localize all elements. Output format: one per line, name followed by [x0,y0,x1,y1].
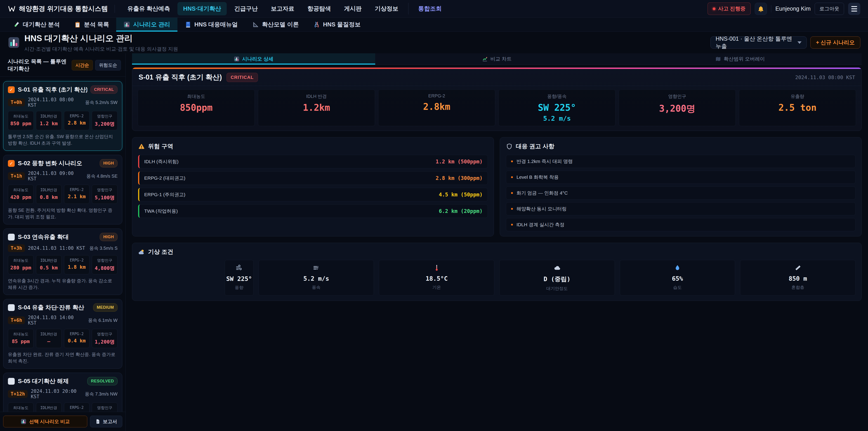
main-content: 시나리오 상세 비교 차트 확산범위 오버레이 [126,53,868,431]
tab-hns-substance-info[interactable]: HNS 물질정보 [306,18,368,31]
time-offset-badge: T+0h [8,98,25,106]
stat-label: ERPG-2 [65,114,89,118]
scenario-card[interactable]: ✓ S-03 연속유출 확대 HIGH T+3h 2024.11.03 11:0… [3,228,122,295]
stat-label: ERPG-2 [65,258,89,263]
tab-diffusion-model-theory[interactable]: 확산모델 이론 [245,18,306,31]
scenario-checkbox[interactable]: ✓ [8,304,15,311]
recommendation-text: 화기 엄금 — 인화점 4°C [517,190,568,196]
tab-scenario-management[interactable]: 시나리오 관리 [116,18,177,31]
stat-value: SW 225° [500,102,614,113]
new-scenario-button[interactable]: + 신규 시나리오 [810,36,860,49]
stat-box: 최대농도 8 ppm [8,402,34,412]
stat-box: IDLH반경 — [36,329,62,348]
page-header-actions: HNS-001 · 울산 온산항 톨루엔 누출 + 신규 시나리오 [710,36,860,49]
tab-hns-manual[interactable]: HNS 대응매뉴얼 [178,18,245,31]
scenario-card[interactable]: ✓ S-02 풍향 변화 시나리오 HIGH T+1h 2024.11.03 0… [3,155,122,224]
time-offset-badge: T+1h [8,172,25,180]
scenario-wind: 풍속 7.3m/s NW [85,391,118,397]
incident-status-badge: 사고 진행중 [708,2,751,15]
scenario-title: S-03 연속유출 확대 [18,233,96,241]
bullet-icon [511,192,513,194]
report-button[interactable]: 보고서 [90,415,122,427]
weather-label: 습도 [621,284,734,290]
panel-title-text: 위험 구역 [148,143,173,150]
detail-tab-bar: 시나리오 상세 비교 차트 확산범위 오버레이 [132,53,862,65]
stat-box: IDLH반경 — [36,402,62,412]
scenario-card[interactable]: ✓ S-04 유출 차단·잔류 확산 MEDIUM T+6h 2024.11.0… [3,299,122,369]
check-icon: ✓ [9,161,13,166]
menu-button[interactable] [848,3,860,15]
nav-item[interactable]: 통합조회 [412,2,447,16]
weather-card: 65% 습도 [620,260,735,296]
tab-spread-overlay[interactable]: 확산범위 오버레이 [618,53,862,64]
incident-select-value: HNS-001 · 울산 온산항 톨루엔 누출 [716,35,798,50]
scenario-list: ✓ S-01 유출 직후 (초기 확산) CRITICAL T+0h 2024.… [0,76,125,412]
detail-stat-box: 영향인구 3,200명 [619,90,736,126]
tab-atmos-analysis[interactable]: 대기확산 분석 [6,18,67,31]
tab-analysis-list[interactable]: 분석 목록 [67,18,116,31]
nav-item[interactable]: 유출유 확산예측 [122,2,176,16]
scenario-checkbox[interactable]: ✓ [8,234,15,241]
nav-item[interactable]: HNS·대기확산 [178,2,227,16]
time-offset-badge: T+6h [8,316,25,324]
danger-zone-row: ERPG-1 (주의권고) 4.5 km (50ppm) [138,188,488,202]
weather-value: 65% [621,275,734,282]
weather-card: D (중립) 대기안정도 [499,260,615,296]
droplet-icon [674,264,681,272]
brand[interactable]: 해양환경 위기대응 통합시스템 [8,4,108,13]
notifications-button[interactable] [755,3,767,15]
sidebar-footer: 선택 시나리오 비교 보고서 [0,412,125,431]
tab-comparison-chart[interactable]: 비교 차트 [375,53,618,64]
stat-value: 4,800명 [93,265,116,272]
scenario-checkbox[interactable]: ✓ [8,160,15,167]
clipboard-icon [74,21,81,28]
nav-item[interactable]: 긴급구난 [228,2,264,16]
scenario-card-header: ✓ S-02 풍향 변화 시나리오 HIGH [8,159,118,167]
scenario-description: 톨루엔 2.5톤 순간 유출. SW 풍향으로 온산 산업단지 방향 확산. I… [8,133,118,147]
panel-title: 위험 구역 [138,143,488,150]
incident-select[interactable]: HNS-001 · 울산 온산항 톨루엔 누출 [710,36,807,49]
weather-card: SW 225° 풍향 [225,260,254,296]
scenario-meta: T+3h 2024.11.03 11:00 KST 풍속 3.5m/s S [8,244,118,252]
stat-label: IDLH반경 [37,405,61,410]
scenario-meta: T+6h 2024.11.03 14:00 KST 풍속 6.1m/s W [8,315,118,326]
stat-box: 영향인구 0명 [92,402,118,412]
zone-value: 2.8 km (300ppm) [436,175,483,181]
scenario-datetime: 2024.11.03 14:00 KST [28,315,85,326]
sort-by-risk-button[interactable]: 위험도순 [95,60,121,70]
logout-button[interactable]: 로그아웃 [815,3,844,15]
dna-icon [313,21,320,28]
scenario-wind: 풍속 3.5m/s S [90,245,118,251]
stat-label: 최대농도 [9,258,33,263]
weather-label: 풍속 [260,284,373,290]
tab-scenario-detail[interactable]: 시나리오 상세 [132,53,375,64]
nav-item[interactable]: 항공탐색 [302,2,337,16]
page-titles: HNS 대기확산 시나리오 관리 시간·조건별 대기확산 예측 시나리오 비교·… [24,33,178,53]
sun-cloud-icon [138,249,145,255]
scenario-meta: T+1h 2024.11.03 09:00 KST 풍속 4.8m/s SE [8,171,118,182]
nav-item[interactable]: 게시판 [338,2,367,16]
weather-label: 기온 [380,284,493,290]
stat-label: IDLH반경 [37,258,61,263]
weather-value: 18.5°C [380,275,493,282]
user-name: Eunjeong Kim [775,5,811,12]
scenario-checkbox[interactable]: ✓ [8,378,15,385]
scenario-card[interactable]: ✓ S-01 유출 직후 (초기 확산) CRITICAL T+0h 2024.… [3,81,122,151]
scenario-card[interactable]: ✓ S-05 대기확산 해제 RESOLVED T+12h 2024.11.03… [3,373,122,412]
sort-by-time-button[interactable]: 시간순 [72,60,93,70]
wing-logo-icon [8,5,16,13]
stat-value: 3,200명 [620,102,734,115]
scenario-description: 풍향 SE 전환. 주거지역 방향 확산 확대. 영향인구 증가. 대피 범위 … [8,207,118,220]
scenario-checkbox[interactable]: ✓ [8,86,15,93]
stat-value: 280 ppm [9,265,33,271]
danger-zone-row: IDLH (즉시위험) 1.2 km (500ppm) [138,155,488,168]
book-icon [185,21,191,28]
compare-scenarios-button[interactable]: 선택 시나리오 비교 [3,415,87,427]
bell-icon [757,5,764,12]
bar-chart-icon [21,419,26,425]
weather-value: 5.2 m/s [260,275,373,282]
stat-label: 영향인구 [93,332,116,337]
recommendation-item: 해양확산 동시 모니터링 [506,202,856,215]
nav-item[interactable]: 기상정보 [369,2,404,16]
nav-item[interactable]: 보고자료 [265,2,300,16]
